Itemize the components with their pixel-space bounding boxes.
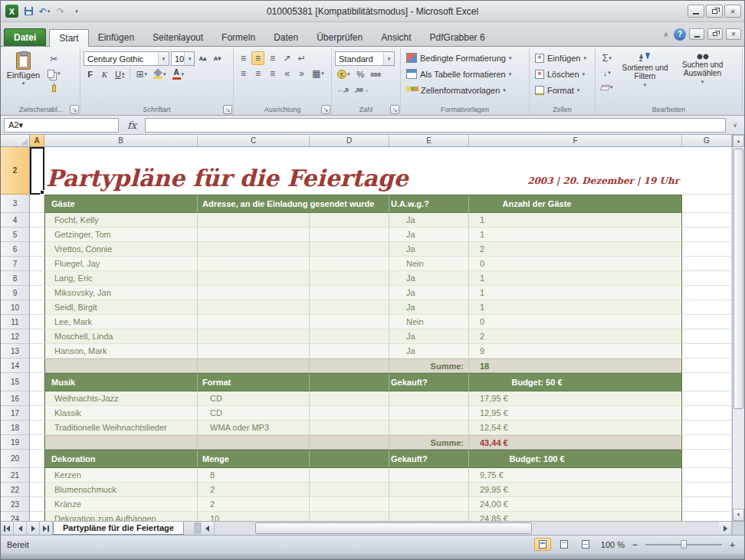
cell-A21[interactable] [30, 468, 44, 483]
cell-F16[interactable]: 17,95 € [469, 391, 682, 406]
zoom-in-button[interactable]: + [727, 540, 738, 549]
cell-G9[interactable] [682, 286, 732, 300]
cell-C8[interactable] [198, 271, 310, 286]
cut-button[interactable]: ✂ [45, 52, 63, 66]
cell-B8[interactable]: Lang, Eric [44, 271, 198, 286]
cell-E18[interactable] [389, 421, 469, 435]
cell-B7[interactable]: Fluegel, Jay [44, 257, 198, 271]
row-header-2[interactable]: 2 [1, 147, 30, 195]
cell-E17[interactable] [389, 406, 469, 421]
cell-A3[interactable] [30, 195, 44, 213]
cell-C5[interactable] [198, 228, 310, 242]
cell-A13[interactable] [30, 344, 44, 359]
cell-E3[interactable]: U.A.w.g.? [389, 195, 469, 213]
vertical-scrollbar-thumb[interactable] [734, 149, 743, 409]
cell-A22[interactable] [30, 483, 44, 497]
save-button[interactable] [22, 5, 34, 18]
cell-B16[interactable]: Weihnachts-Jazz [44, 391, 198, 406]
autosum-button[interactable]: Σ▾ [599, 51, 615, 65]
horizontal-scrollbar[interactable] [215, 522, 719, 535]
font-color-button[interactable]: A▾ [170, 67, 187, 81]
accounting-format-button[interactable]: €▾ [335, 67, 353, 81]
decrease-decimal-button[interactable]: ,00→ [353, 83, 372, 97]
cell-C20[interactable]: Menge [198, 450, 310, 468]
cell-C6[interactable] [198, 242, 310, 257]
cell-styles-button[interactable]: Zellenformatvorlagen▾ [404, 82, 526, 98]
italic-button[interactable]: K [98, 67, 111, 81]
align-right-button[interactable]: ≡ [266, 67, 279, 80]
ribbon-tab-einfuegen[interactable]: Einfügen [89, 28, 143, 46]
row-header-22[interactable]: 22 [1, 483, 30, 497]
increase-decimal-button[interactable]: ←,0 [335, 83, 351, 97]
row-header-20[interactable]: 20 [1, 450, 30, 468]
cell-G16[interactable] [682, 391, 732, 406]
cell-G22[interactable] [682, 483, 732, 497]
next-sheet-button[interactable] [27, 522, 40, 535]
cell-F19[interactable]: 43,44 € [469, 435, 682, 450]
row-header-11[interactable]: 11 [1, 315, 30, 329]
cell-G13[interactable] [682, 344, 732, 359]
horizontal-scrollbar-thumb[interactable] [255, 522, 533, 534]
comma-style-button[interactable]: 000 [369, 67, 383, 81]
cell-B9[interactable]: Miksovsky, Jan [44, 286, 198, 300]
cell-B14[interactable] [44, 359, 198, 373]
cell-D16[interactable] [310, 391, 389, 406]
cell-G23[interactable] [682, 497, 732, 512]
merge-center-button[interactable]: ▦▾ [310, 67, 327, 80]
cell-E14[interactable]: Summe: [389, 359, 469, 373]
clear-button[interactable]: ▾ [599, 80, 615, 94]
cell-B21[interactable]: Kerzen [44, 468, 198, 483]
cell-G20[interactable] [682, 450, 732, 468]
row-header-10[interactable]: 10 [1, 300, 30, 315]
cell-B18[interactable]: Traditionelle Weihnachtslieder [44, 421, 198, 435]
row-header-18[interactable]: 18 [1, 421, 30, 435]
cell-F21[interactable]: 9,75 € [469, 468, 682, 483]
number-dialog-launcher[interactable]: ↘ [390, 105, 399, 114]
cell-A5[interactable] [30, 228, 44, 242]
cell-F15[interactable]: Budget: 50 € [469, 373, 682, 391]
cell-F5[interactable]: 1 [469, 228, 682, 242]
cell-D5[interactable] [310, 228, 389, 242]
grow-font-button[interactable]: A▴ [196, 52, 209, 66]
cell-B20[interactable]: Dekoration [44, 450, 198, 468]
restore-button[interactable] [706, 5, 723, 18]
cell-A14[interactable] [30, 359, 44, 373]
cell-D15[interactable] [310, 373, 389, 391]
cell-G6[interactable] [682, 242, 732, 257]
cell-A16[interactable] [30, 391, 44, 406]
cell-E23[interactable] [389, 497, 469, 512]
undo-button[interactable]: ↶▾ [38, 5, 51, 18]
cell-F7[interactable]: 0 [469, 257, 682, 271]
cell-G5[interactable] [682, 228, 732, 242]
cell-F18[interactable]: 12,54 € [469, 421, 682, 435]
ribbon-tab-formeln[interactable]: Formeln [212, 28, 264, 46]
scroll-down-button[interactable]: ▼ [733, 509, 744, 521]
cell-A19[interactable] [30, 435, 44, 450]
column-header-B[interactable]: B [44, 135, 198, 146]
font-name-combo[interactable]: Century Gothic▾ [84, 51, 169, 66]
select-all-button[interactable] [1, 135, 30, 146]
cell-G4[interactable] [682, 213, 732, 228]
cell-F4[interactable]: 1 [469, 213, 682, 228]
cell-A9[interactable] [30, 286, 44, 300]
align-left-button[interactable]: ≡ [237, 67, 250, 80]
cell-D10[interactable] [310, 300, 389, 315]
zoom-level[interactable]: 100 % [599, 540, 625, 549]
help-button[interactable]: ? [674, 28, 686, 41]
cell-D11[interactable] [310, 315, 389, 329]
cell-E24[interactable] [389, 512, 469, 521]
row-header-3[interactable]: 3 [1, 195, 30, 213]
cell-D12[interactable] [310, 329, 389, 344]
qat-customize-button[interactable]: ▾ [71, 5, 83, 18]
cell-D4[interactable] [310, 213, 389, 228]
ribbon-tab-ansicht[interactable]: Ansicht [372, 28, 420, 46]
cell-D20[interactable] [310, 450, 389, 468]
cell-A4[interactable] [30, 213, 44, 228]
font-size-combo[interactable]: 10▾ [171, 51, 195, 66]
cell-B13[interactable]: Hanson, Mark [44, 344, 198, 359]
cell-F23[interactable]: 24,00 € [469, 497, 682, 512]
column-header-C[interactable]: C [198, 135, 310, 146]
cell-C15[interactable]: Format [198, 373, 310, 391]
decrease-indent-button[interactable]: « [281, 67, 294, 80]
cell-D18[interactable] [310, 421, 389, 435]
